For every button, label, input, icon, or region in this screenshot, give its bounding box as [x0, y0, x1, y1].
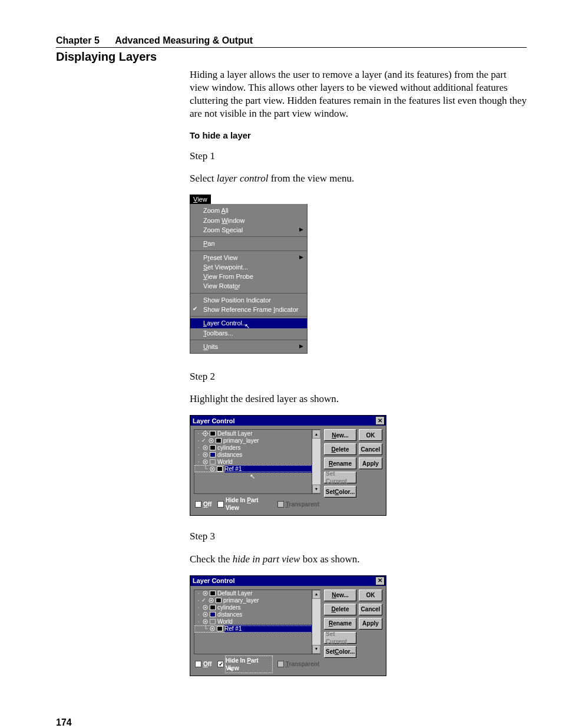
- color-swatch[interactable]: [217, 466, 223, 472]
- layer-row-primary[interactable]: ·✓primary_layer: [194, 597, 320, 604]
- layer-list[interactable]: ·Default Layer ·✓primary_layer ·cylinder…: [194, 429, 320, 494]
- layer-row-world[interactable]: ·World: [194, 458, 320, 465]
- chapter-header: Chapter 5 Advanced Measuring & Output: [56, 35, 527, 48]
- current-check-icon: ✓: [201, 597, 207, 604]
- visibility-icon[interactable]: [201, 452, 209, 458]
- color-swatch[interactable]: [217, 626, 223, 631]
- scroll-track[interactable]: [312, 599, 320, 645]
- layer-row-default[interactable]: ·Default Layer: [194, 590, 320, 597]
- visibility-icon[interactable]: [209, 466, 216, 472]
- delete-button[interactable]: Delete: [324, 443, 356, 455]
- step-2-label: Step 2: [190, 370, 527, 383]
- apply-button[interactable]: Apply: [359, 457, 382, 469]
- visibility-icon[interactable]: [207, 437, 214, 444]
- color-swatch[interactable]: [210, 445, 216, 450]
- color-swatch[interactable]: [216, 598, 222, 603]
- color-swatch[interactable]: [210, 452, 216, 457]
- layer-list[interactable]: ·Default Layer ·✓primary_layer ·cylinder…: [194, 589, 320, 654]
- visibility-icon[interactable]: [201, 590, 209, 597]
- cancel-button[interactable]: Cancel: [359, 443, 382, 455]
- delete-button[interactable]: Delete: [324, 604, 356, 615]
- visibility-icon[interactable]: [201, 611, 209, 618]
- layer-row-distances[interactable]: ·distances: [194, 611, 320, 618]
- layer-row-distances[interactable]: ·distances: [194, 451, 320, 458]
- transparent-checkbox[interactable]: Transparent: [277, 660, 319, 668]
- menu-view-from-probe[interactable]: View From Probe: [190, 272, 307, 281]
- svg-point-17: [204, 592, 206, 594]
- visibility-icon[interactable]: [207, 597, 214, 604]
- menu-toolbars[interactable]: Toolbars...: [190, 328, 307, 338]
- layer-row-cylinders[interactable]: ·cylinders: [194, 444, 320, 451]
- set-color-button[interactable]: Set Color...: [324, 646, 356, 658]
- new-button[interactable]: New...: [324, 589, 356, 601]
- menu-view-rotator[interactable]: View Rotator: [190, 281, 307, 291]
- layer-control-dialog: Layer Control ✕ ·Default Layer ·✓primary…: [190, 415, 386, 516]
- visibility-icon[interactable]: [201, 604, 209, 611]
- layer-row-primary[interactable]: ·✓primary_layer: [194, 437, 320, 444]
- scroll-down-button[interactable]: ▾: [312, 645, 320, 654]
- submenu-arrow-icon: ▶: [299, 254, 303, 261]
- menu-show-position[interactable]: Show Position Indicator: [190, 295, 307, 305]
- step-2-text: Highlight the desired layer as shown.: [190, 393, 527, 406]
- color-swatch[interactable]: [216, 438, 222, 443]
- menu-layer-control[interactable]: Layer Control... ↖: [190, 318, 307, 328]
- close-button[interactable]: ✕: [375, 416, 385, 425]
- menu-zoom-special[interactable]: Zoom Special▶: [190, 225, 307, 235]
- color-swatch[interactable]: [210, 605, 216, 610]
- scroll-track[interactable]: [312, 439, 320, 485]
- color-swatch[interactable]: [210, 619, 216, 624]
- menu-units[interactable]: Units▶: [190, 342, 307, 351]
- scroll-up-button[interactable]: ▴: [312, 430, 320, 439]
- rename-button[interactable]: Rename: [324, 618, 356, 630]
- visibility-icon[interactable]: [209, 625, 216, 632]
- close-button[interactable]: ✕: [375, 577, 385, 585]
- dialog-titlebar: Layer Control ✕: [190, 416, 386, 426]
- svg-point-19: [210, 599, 211, 601]
- menu-pan[interactable]: Pan: [190, 239, 307, 248]
- color-swatch[interactable]: [210, 459, 216, 465]
- color-swatch[interactable]: [210, 591, 216, 596]
- apply-button[interactable]: Apply: [359, 618, 382, 630]
- scrollbar[interactable]: ▴ ▾: [312, 590, 320, 654]
- menu-show-reference[interactable]: ✔Show Reference Frame Indicator: [190, 305, 307, 314]
- set-current-button[interactable]: Set Current: [324, 632, 356, 644]
- set-current-button[interactable]: Set Current: [324, 472, 356, 483]
- scroll-up-button[interactable]: ▴: [312, 590, 320, 599]
- hide-checkbox[interactable]: ✓Hide In Part View: [217, 657, 271, 672]
- off-checkbox[interactable]: Off: [195, 500, 211, 508]
- ok-button[interactable]: OK: [359, 429, 382, 441]
- cancel-button[interactable]: Cancel: [359, 604, 382, 615]
- scrollbar[interactable]: ▴ ▾: [312, 430, 320, 493]
- dialog-title: Layer Control: [193, 417, 235, 425]
- current-check-icon: ✓: [201, 437, 207, 444]
- color-swatch[interactable]: [210, 431, 216, 436]
- transparent-checkbox[interactable]: Transparent: [277, 500, 319, 508]
- rename-button[interactable]: Rename: [324, 457, 356, 469]
- layer-row-cylinders[interactable]: ·cylinders: [194, 604, 320, 611]
- cursor-icon: ↖: [250, 472, 255, 480]
- ok-button[interactable]: OK: [359, 589, 382, 601]
- set-color-button[interactable]: Set Color...: [324, 486, 356, 498]
- layer-row-default[interactable]: ·Default Layer: [194, 430, 320, 437]
- color-swatch[interactable]: [210, 612, 216, 617]
- svg-point-9: [204, 447, 206, 448]
- menu-zoom-all[interactable]: Zoom All: [190, 206, 307, 215]
- menu-zoom-window[interactable]: Zoom Window: [190, 216, 307, 225]
- view-menu-title[interactable]: View: [190, 195, 211, 204]
- intro-paragraph: Hiding a layer allows the user to remove…: [190, 68, 527, 120]
- hide-checkbox[interactable]: Hide In Part View: [217, 496, 271, 512]
- visibility-icon[interactable]: [201, 430, 209, 437]
- visibility-icon[interactable]: [201, 459, 209, 465]
- layer-row-ref1[interactable]: └Ref #1: [194, 465, 320, 472]
- svg-point-21: [204, 607, 206, 608]
- scroll-down-button[interactable]: ▾: [312, 485, 320, 493]
- off-checkbox[interactable]: Off: [195, 660, 211, 668]
- new-button[interactable]: New...: [324, 429, 356, 441]
- layer-row-ref1[interactable]: └Ref #1: [194, 625, 320, 633]
- svg-point-15: [211, 468, 213, 469]
- layer-row-world[interactable]: ·World: [194, 618, 320, 625]
- menu-preset-view[interactable]: Preset View▶: [190, 253, 307, 262]
- visibility-icon[interactable]: [201, 618, 209, 625]
- visibility-icon[interactable]: [201, 444, 209, 451]
- menu-set-viewpoint[interactable]: Set Viewpoint...: [190, 262, 307, 272]
